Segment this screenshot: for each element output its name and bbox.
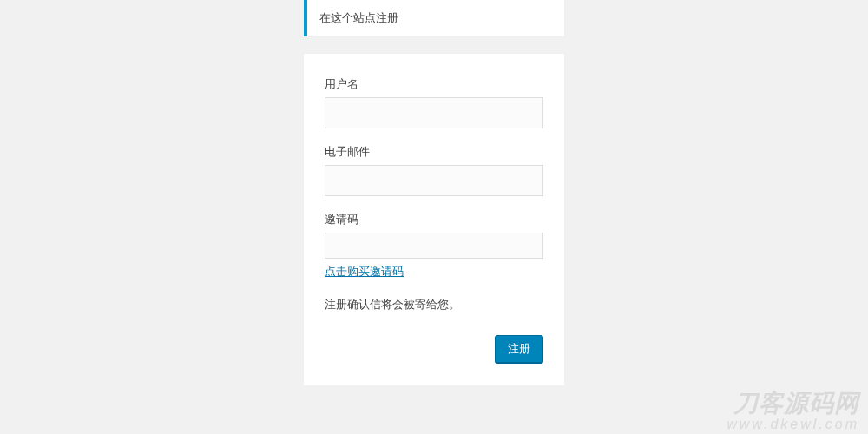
register-notice: 在这个站点注册 — [304, 0, 564, 36]
buy-invite-link[interactable]: 点击购买邀请码 — [325, 264, 404, 279]
register-button[interactable]: 注册 — [495, 335, 543, 363]
confirmation-text: 注册确认信将会被寄给您。 — [325, 297, 543, 312]
watermark-title: 刀客源码网 — [727, 391, 859, 416]
watermark: 刀客源码网 www.dkewl.com — [727, 391, 859, 432]
username-input[interactable] — [325, 97, 543, 128]
register-form: 用户名 电子邮件 邀请码 点击购买邀请码 注册确认信将会被寄给您。 注册 — [304, 54, 564, 385]
email-input[interactable] — [325, 165, 543, 196]
email-label: 电子邮件 — [325, 144, 543, 160]
register-notice-text: 在这个站点注册 — [319, 11, 398, 24]
watermark-url: www.dkewl.com — [727, 416, 859, 432]
username-label: 用户名 — [325, 76, 543, 92]
invite-code-input[interactable] — [325, 233, 543, 259]
invite-label: 邀请码 — [325, 212, 543, 227]
submit-row: 注册 — [325, 335, 543, 363]
